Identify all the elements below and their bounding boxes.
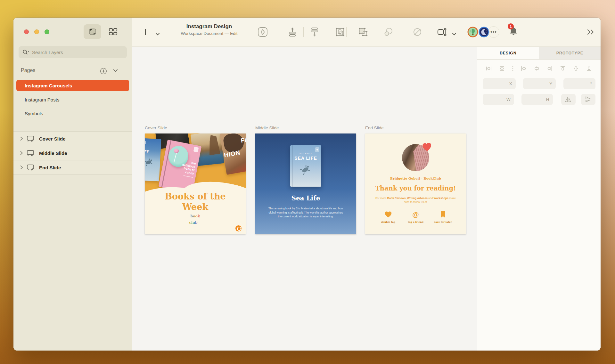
- vertical-dots-icon: [512, 65, 514, 72]
- sidebar: Pages Instagram Carousels Instagram Post…: [13, 18, 132, 351]
- layer-row-cover-slide[interactable]: Cover Slide: [13, 132, 132, 146]
- components-view-toggle[interactable]: [107, 26, 119, 37]
- tab-prototype[interactable]: PROTOTYPE: [539, 47, 601, 59]
- layer-row-middle-slide[interactable]: Middle Slide: [13, 146, 132, 160]
- artboard-title-middle[interactable]: Middle Slide: [255, 125, 279, 130]
- x-position-input[interactable]: X: [483, 78, 516, 89]
- resize-constraints-button[interactable]: [436, 27, 447, 37]
- page-item-instagram-carousels[interactable]: Instagram Carousels: [16, 80, 129, 91]
- height-input[interactable]: H: [521, 94, 553, 105]
- create-symbol-button[interactable]: [257, 27, 268, 37]
- end-slide-subtitle: For more Book Reviews, Writing Advices a…: [375, 196, 456, 204]
- insert-button[interactable]: [140, 27, 151, 37]
- page-item-instagram-posts[interactable]: Instagram Posts: [16, 94, 129, 105]
- artboard-icon: [26, 150, 35, 157]
- rotate-tool-button[interactable]: [412, 27, 423, 37]
- flip-horizontal-button[interactable]: [561, 94, 576, 105]
- chevron-right-icon[interactable]: [20, 151, 23, 155]
- group-button[interactable]: [335, 27, 346, 37]
- bookmark-icon: [430, 210, 456, 219]
- page-item-symbols[interactable]: Symbols: [16, 108, 129, 119]
- at-icon: @: [403, 210, 429, 219]
- orange-ring-badge: [235, 225, 242, 231]
- align-top-icon[interactable]: [560, 65, 566, 72]
- page-label: Instagram Carousels: [25, 83, 72, 88]
- distribute-vertically-icon[interactable]: [499, 65, 505, 72]
- y-label: Y: [549, 81, 552, 86]
- tab-design[interactable]: DESIGN: [477, 47, 539, 59]
- book-author: ERIC MATEO: [290, 153, 321, 155]
- collaborator-avatar-balloon[interactable]: [467, 26, 479, 38]
- search-icon: [22, 49, 29, 55]
- document-title: Instagram Design: [171, 23, 248, 30]
- artboard-end-slide[interactable]: Bridgette Gobeil - BookClub Thank you fo…: [365, 133, 466, 234]
- close-window-button[interactable]: [24, 29, 29, 34]
- artboard-middle-slide[interactable]: ERIC MATEO SEA LIFE Sea Life This amazin…: [255, 133, 356, 234]
- fashion-text-fragment: FA: [240, 136, 246, 144]
- distribute-horizontally-icon[interactable]: [486, 65, 492, 72]
- book-cover-title: SEA LIFE: [290, 156, 321, 161]
- sea-book-text-fragment: IFE: [145, 149, 150, 154]
- rotation-input[interactable]: °: [563, 78, 595, 89]
- layer-label: Cover Slide: [39, 136, 66, 142]
- artboard-title-end[interactable]: End Slide: [365, 125, 384, 130]
- candy-book-title: the delicious book of candy: [176, 158, 196, 175]
- book-badge: [315, 147, 319, 152]
- sea-life-book-cover: IFE: [145, 138, 161, 181]
- collapse-pages-icon[interactable]: [113, 69, 118, 72]
- end-slide-title: Thank you for reading!: [365, 185, 466, 192]
- fashion-book-cover: FA HION: [219, 133, 246, 175]
- book-badge: [193, 147, 199, 152]
- action-tag-a-friend: @ tag a friend: [403, 210, 429, 223]
- toolbar-separator: [346, 27, 347, 37]
- search-input[interactable]: [32, 50, 123, 55]
- end-slide-actions: double tap @ tag a friend save for later: [375, 210, 456, 223]
- align-bottom-icon[interactable]: [586, 65, 592, 72]
- width-input[interactable]: W: [483, 94, 514, 105]
- y-position-input[interactable]: Y: [523, 78, 556, 89]
- chevron-right-icon[interactable]: [20, 136, 23, 141]
- add-page-button[interactable]: [100, 68, 107, 75]
- align-middle-vertical-icon[interactable]: [573, 65, 579, 72]
- more-collaborators-button[interactable]: •••: [488, 26, 499, 38]
- artboard-icon: [26, 135, 35, 142]
- layer-list: Cover Slide Middle Slide End Slide: [13, 131, 132, 175]
- collapse-panel-button[interactable]: [585, 27, 596, 37]
- candy-book-author-line: [184, 175, 193, 178]
- canvas[interactable]: Cover Slide Middle Slide End Slide IFE F…: [132, 46, 477, 351]
- flip-vertical-button[interactable]: [581, 94, 595, 105]
- action-label: tag a friend: [403, 221, 429, 223]
- chevron-right-icon[interactable]: [20, 165, 23, 170]
- union-shape-button[interactable]: [358, 27, 369, 37]
- search-layers-field[interactable]: [19, 46, 127, 58]
- pages-section-header: Pages: [21, 68, 35, 73]
- align-center-horizontal-icon[interactable]: [534, 65, 540, 72]
- canvas-view-icon: [88, 28, 97, 36]
- book-badge: [145, 141, 146, 144]
- move-backward-button[interactable]: [309, 27, 320, 37]
- inspector-divider: [477, 110, 601, 110]
- scale-tool-button[interactable]: [383, 27, 394, 37]
- action-save-for-later: save for later: [430, 210, 456, 223]
- book-club-logo: book club: [145, 214, 246, 224]
- end-slide-byline: Bridgette Gobeil - BookClub: [365, 177, 466, 180]
- artboard-title-cover[interactable]: Cover Slide: [145, 125, 167, 130]
- inspector-panel: DESIGN PROTOTYPE X Y ° W H: [477, 46, 601, 351]
- toolbar: Instagram Design Workspace Document — Ed…: [132, 18, 601, 46]
- action-double-tap: double tap: [375, 210, 401, 223]
- cover-slide-title: Books of the Week: [145, 191, 246, 212]
- canvas-view-toggle[interactable]: [84, 24, 101, 39]
- minimize-window-button[interactable]: [34, 29, 39, 34]
- align-right-icon[interactable]: [546, 65, 553, 72]
- align-left-icon[interactable]: [521, 65, 527, 72]
- move-forward-button[interactable]: [287, 27, 298, 37]
- x-label: X: [509, 81, 512, 86]
- layer-label: Middle Slide: [39, 150, 67, 156]
- ellipsis-icon: •••: [490, 29, 497, 35]
- resize-chevron-icon[interactable]: [449, 28, 460, 39]
- document-subtitle[interactable]: Workspace Document — Edit: [171, 31, 248, 36]
- artboard-cover-slide[interactable]: IFE FA HION the delicious book of candy: [145, 133, 246, 234]
- layer-row-end-slide[interactable]: End Slide: [13, 160, 132, 175]
- insert-chevron-icon[interactable]: [152, 28, 163, 39]
- zoom-window-button[interactable]: [45, 29, 49, 34]
